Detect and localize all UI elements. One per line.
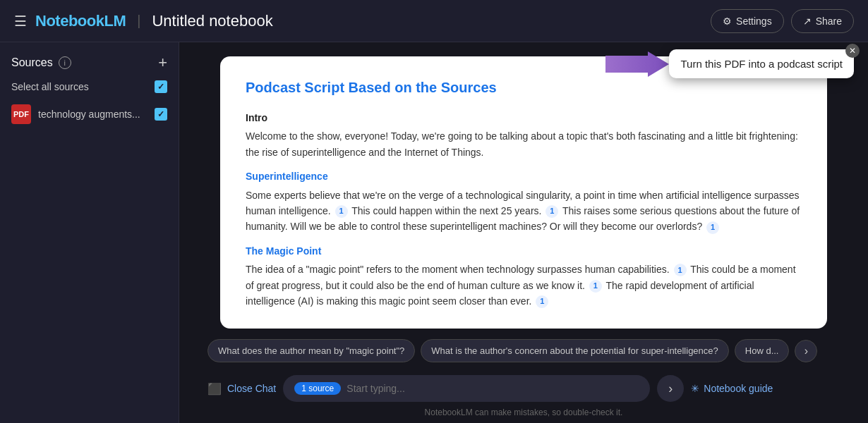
- sources-label: Sources: [11, 56, 53, 69]
- app-logo: NotebookLM: [35, 12, 126, 30]
- tooltip-area: Turn this PDF into a podcast script ✕: [605, 49, 854, 78]
- suggestions-next-button[interactable]: ›: [795, 340, 817, 362]
- sidebar: Sources i + Select all sources PDF techn…: [0, 42, 179, 423]
- citation-badge[interactable]: 1: [335, 205, 348, 218]
- sources-header: Sources i +: [0, 51, 179, 75]
- hamburger-icon[interactable]: ☰: [14, 13, 27, 30]
- close-chat-icon: ⬛: [207, 382, 222, 396]
- content-area: Turn this PDF into a podcast script ✕ Po…: [179, 42, 868, 423]
- section-magic-label: The Magic Point: [246, 243, 802, 259]
- suggestions-bar: What does the author mean by "magic poin…: [179, 332, 868, 369]
- share-icon: ↗: [803, 16, 812, 27]
- podcast-card-title: Podcast Script Based on the Sources: [246, 76, 802, 99]
- tooltip-text: Turn this PDF into a podcast script: [680, 58, 843, 70]
- sources-title: Sources i: [11, 56, 71, 69]
- notebook-title[interactable]: Untitled notebook: [152, 12, 272, 30]
- tooltip-close-button[interactable]: ✕: [845, 44, 860, 58]
- chat-content: Podcast Script Based on the Sources Intr…: [179, 42, 868, 332]
- close-chat-button[interactable]: ⬛ Close Chat: [207, 382, 276, 396]
- select-all-checkbox[interactable]: [155, 80, 167, 93]
- source-badge: 1 source: [294, 382, 341, 395]
- header: ☰ NotebookLM | Untitled notebook ⚙ Setti…: [0, 0, 868, 42]
- section-superintelligence-text: Some experts believe that we're on the v…: [246, 188, 802, 235]
- add-source-button[interactable]: +: [158, 55, 167, 70]
- suggestion-chip-1[interactable]: What does the author mean by "magic poin…: [207, 339, 415, 362]
- section-magic-text: The idea of a "magic point" refers to th…: [246, 262, 802, 309]
- input-wrapper: 1 source: [283, 375, 650, 402]
- sources-info-icon[interactable]: i: [59, 56, 71, 69]
- citation-badge[interactable]: 1: [706, 221, 719, 234]
- notebook-guide-button[interactable]: ✳ Notebook guide: [691, 383, 773, 394]
- citation-badge[interactable]: 1: [545, 205, 558, 218]
- divider: |: [137, 13, 140, 29]
- suggestion-chip-3[interactable]: How d...: [735, 339, 790, 362]
- select-all-sources[interactable]: Select all sources: [0, 75, 179, 99]
- footer-disclaimer: NotebookLM can make mistakes, so double-…: [179, 405, 868, 423]
- citation-badge[interactable]: 1: [589, 280, 602, 293]
- share-button[interactable]: ↗ Share: [791, 9, 854, 33]
- section-superintelligence-label: Superintelligence: [246, 168, 802, 184]
- input-bar: ⬛ Close Chat 1 source › ✳ Notebook guide: [179, 369, 868, 405]
- main-layout: Sources i + Select all sources PDF techn…: [0, 42, 868, 423]
- arrow-icon: [605, 50, 669, 78]
- header-left: ☰ NotebookLM | Untitled notebook: [14, 12, 273, 30]
- podcast-card: Podcast Script Based on the Sources Intr…: [220, 56, 827, 329]
- suggestion-chip-2[interactable]: What is the author's concern about the p…: [421, 339, 728, 362]
- section-intro-label: Intro: [246, 110, 802, 125]
- source-item[interactable]: PDF technology augments...: [0, 99, 179, 130]
- source-pdf-icon: PDF: [11, 104, 31, 124]
- citation-badge[interactable]: 1: [536, 295, 548, 308]
- notebook-guide-icon: ✳: [691, 383, 699, 394]
- source-item-left: PDF technology augments...: [11, 104, 147, 124]
- source-checkbox[interactable]: [155, 108, 167, 121]
- source-item-label: technology augments...: [38, 109, 140, 120]
- citation-badge[interactable]: 1: [674, 264, 687, 276]
- section-intro-text: Welcome to the show, everyone! Today, we…: [246, 128, 802, 160]
- svg-marker-0: [605, 51, 669, 77]
- chat-input[interactable]: [346, 383, 641, 394]
- settings-button[interactable]: ⚙ Settings: [711, 9, 784, 33]
- gear-icon: ⚙: [723, 16, 732, 27]
- header-right: ⚙ Settings ↗ Share: [711, 9, 854, 33]
- tooltip-box: Turn this PDF into a podcast script ✕: [669, 49, 854, 78]
- send-button[interactable]: ›: [657, 375, 684, 402]
